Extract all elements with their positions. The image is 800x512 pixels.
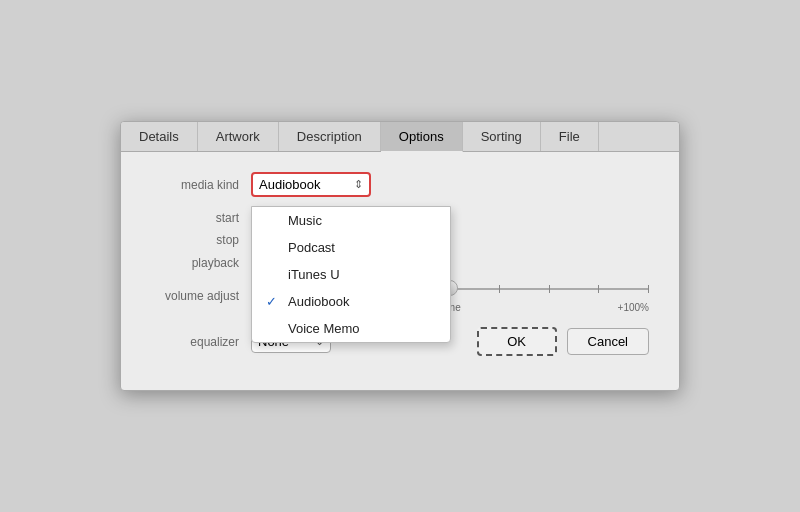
equalizer-label: equalizer	[151, 335, 251, 349]
dropdown-item-itunes-u[interactable]: iTunes U	[252, 261, 450, 288]
cancel-button[interactable]: Cancel	[567, 328, 649, 355]
dropdown-item-podcast[interactable]: Podcast	[252, 234, 450, 261]
tick-7	[598, 285, 599, 293]
tick-6	[549, 285, 550, 293]
tab-bar: Details Artwork Description Options Sort…	[121, 122, 679, 152]
media-kind-select[interactable]: Audiobook ⇕	[251, 172, 371, 197]
media-kind-dropdown: Music Podcast iTunes U Audiobook Voice M…	[251, 206, 451, 343]
media-kind-label: media kind	[151, 178, 251, 192]
volume-adjust-label: volume adjust	[151, 289, 251, 303]
stop-label: stop	[151, 233, 251, 247]
tab-artwork[interactable]: Artwork	[198, 122, 279, 151]
dialog: Details Artwork Description Options Sort…	[120, 121, 680, 391]
dropdown-item-audiobook[interactable]: Audiobook	[252, 288, 450, 315]
select-arrow-icon: ⇕	[354, 178, 363, 191]
content-area: media kind Audiobook ⇕ Music Podcast iTu…	[121, 152, 679, 390]
tab-file[interactable]: File	[541, 122, 599, 151]
tick-5	[499, 285, 500, 293]
media-kind-value: Audiobook	[259, 177, 320, 192]
tab-details[interactable]: Details	[121, 122, 198, 151]
tick-8	[648, 285, 649, 293]
slider-max-label: +100%	[618, 302, 649, 313]
ok-button[interactable]: OK	[477, 327, 557, 356]
tab-options[interactable]: Options	[381, 122, 463, 152]
playback-label: playback	[151, 256, 251, 270]
start-label: start	[151, 211, 251, 225]
tab-sorting[interactable]: Sorting	[463, 122, 541, 151]
tab-description[interactable]: Description	[279, 122, 381, 151]
dropdown-item-voice-memo[interactable]: Voice Memo	[252, 315, 450, 342]
media-kind-row: media kind Audiobook ⇕ Music Podcast iTu…	[151, 172, 649, 197]
dropdown-item-music[interactable]: Music	[252, 207, 450, 234]
